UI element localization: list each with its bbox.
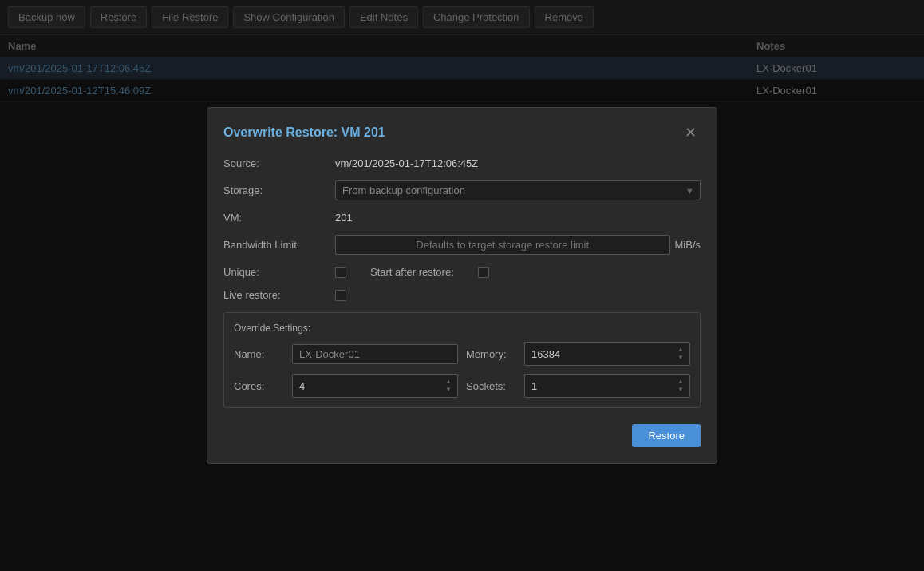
override-cores-field: Cores: 4 ▲ ▼ bbox=[234, 374, 458, 398]
override-name-label: Name: bbox=[234, 348, 286, 360]
storage-select-wrapper: From backup configuration ▼ bbox=[335, 180, 701, 200]
start-after-checkbox[interactable] bbox=[478, 267, 489, 278]
storage-select[interactable]: From backup configuration bbox=[335, 180, 701, 200]
unique-checkbox[interactable] bbox=[335, 267, 346, 278]
overwrite-restore-modal: Overwrite Restore: VM 201 ✕ Source: vm/2… bbox=[207, 107, 717, 464]
cores-spinner: 4 ▲ ▼ bbox=[292, 374, 458, 398]
source-label: Source: bbox=[223, 157, 335, 169]
sockets-arrows: ▲ ▼ bbox=[675, 378, 686, 394]
vm-value: 201 bbox=[335, 212, 353, 224]
override-memory-label: Memory: bbox=[466, 348, 518, 360]
modal-close-button[interactable]: ✕ bbox=[681, 124, 701, 141]
source-value: vm/201/2025-01-17T12:06:45Z bbox=[335, 157, 478, 169]
bandwidth-row: Bandwidth Limit: MiB/s bbox=[223, 235, 701, 255]
cores-value: 4 bbox=[299, 380, 305, 392]
memory-value: 16384 bbox=[531, 348, 560, 360]
override-sockets-label: Sockets: bbox=[466, 380, 518, 392]
cores-arrows: ▲ ▼ bbox=[443, 378, 454, 394]
sockets-up-arrow[interactable]: ▲ bbox=[675, 378, 686, 386]
vm-label: VM: bbox=[223, 212, 335, 224]
bandwidth-wrapper: MiB/s bbox=[335, 235, 701, 255]
live-restore-row: Live restore: bbox=[223, 289, 701, 301]
live-restore-checkbox[interactable] bbox=[335, 290, 346, 301]
override-name-field: Name: bbox=[234, 342, 458, 366]
modal-header: Overwrite Restore: VM 201 ✕ bbox=[223, 124, 701, 141]
modal-restore-button[interactable]: Restore bbox=[632, 424, 701, 447]
vm-row: VM: 201 bbox=[223, 212, 701, 224]
modal-footer: Restore bbox=[223, 424, 701, 447]
unique-label: Unique: bbox=[223, 266, 335, 278]
bandwidth-label: Bandwidth Limit: bbox=[223, 239, 335, 251]
memory-arrows: ▲ ▼ bbox=[675, 346, 686, 362]
checkbox-group: Start after restore: bbox=[335, 266, 701, 278]
override-grid: Name: Memory: 16384 ▲ ▼ Cor bbox=[234, 342, 690, 398]
start-after-label: Start after restore: bbox=[370, 266, 454, 278]
storage-label: Storage: bbox=[223, 184, 335, 196]
override-cores-label: Cores: bbox=[234, 380, 286, 392]
live-restore-label: Live restore: bbox=[223, 289, 335, 301]
override-sockets-field: Sockets: 1 ▲ ▼ bbox=[466, 374, 690, 398]
override-settings-section: Override Settings: Name: Memory: 16384 ▲… bbox=[223, 312, 701, 408]
memory-up-arrow[interactable]: ▲ bbox=[675, 346, 686, 354]
modal-overlay: Overwrite Restore: VM 201 ✕ Source: vm/2… bbox=[0, 0, 924, 571]
override-legend: Override Settings: bbox=[234, 323, 690, 334]
sockets-value: 1 bbox=[531, 380, 537, 392]
modal-title: Overwrite Restore: VM 201 bbox=[223, 125, 385, 140]
source-row: Source: vm/201/2025-01-17T12:06:45Z bbox=[223, 157, 701, 169]
override-memory-field: Memory: 16384 ▲ ▼ bbox=[466, 342, 690, 366]
bandwidth-input[interactable] bbox=[335, 235, 670, 255]
bandwidth-unit: MiB/s bbox=[675, 239, 701, 251]
cores-down-arrow[interactable]: ▼ bbox=[443, 386, 454, 394]
sockets-down-arrow[interactable]: ▼ bbox=[675, 386, 686, 394]
override-name-input[interactable] bbox=[292, 344, 458, 364]
sockets-spinner: 1 ▲ ▼ bbox=[524, 374, 690, 398]
unique-row: Unique: Start after restore: bbox=[223, 266, 701, 278]
storage-row: Storage: From backup configuration ▼ bbox=[223, 180, 701, 200]
cores-up-arrow[interactable]: ▲ bbox=[443, 378, 454, 386]
memory-spinner: 16384 ▲ ▼ bbox=[524, 342, 690, 366]
memory-down-arrow[interactable]: ▼ bbox=[675, 354, 686, 362]
